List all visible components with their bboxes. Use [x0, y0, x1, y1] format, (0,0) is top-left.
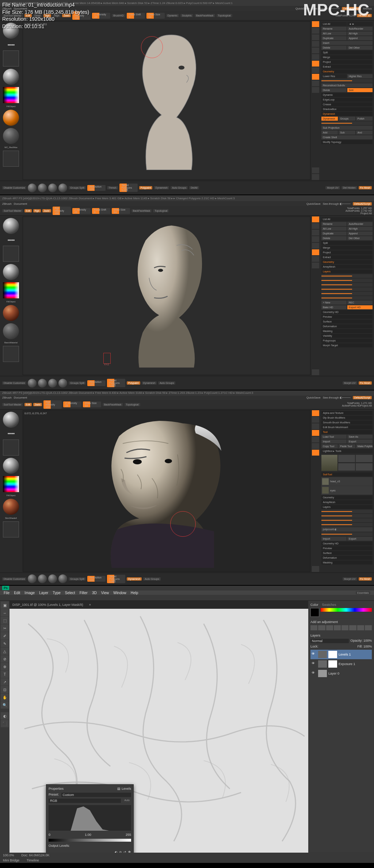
viewport[interactable]: XYZ	[23, 216, 310, 375]
type-tool-icon[interactable]: T	[1, 671, 9, 678]
levels-properties-panel[interactable]: Properties▤ Levels Preset:Custom RGBAuto…	[46, 784, 134, 853]
move-tool-icon[interactable]: ▣	[1, 601, 9, 609]
ps-menubar[interactable]: File Edit Image Layer Type Select Filter…	[0, 590, 374, 595]
brush-cursor	[170, 511, 196, 537]
menu-help[interactable]: Help	[131, 591, 138, 595]
workspace-selector[interactable]: Essentials	[356, 591, 370, 595]
color-picker[interactable]	[3, 87, 19, 103]
ps-toolbar[interactable]: ▣ ↔ ⬚ ✂ ✐ ✎ △ ⊘ ⊕ T ↗ ⊡ ✋ 🔍 ◐ ⬛	[0, 601, 9, 853]
ps-bottom-tabs[interactable]: Mini Bridge Timeline	[0, 858, 374, 863]
brush-tool-icon[interactable]: ✎	[1, 640, 9, 647]
z-intensity-slider: Z Intensity 25	[92, 13, 110, 19]
menu-layer[interactable]: Layer	[39, 591, 48, 595]
eraser-tool-icon[interactable]: ⊘	[1, 655, 9, 663]
crop-tool-icon[interactable]: ✂	[1, 624, 9, 632]
ps-titlebar: Ps	[0, 586, 374, 590]
visibility-icon: 👁	[312, 671, 317, 676]
svg-point-3	[165, 459, 172, 463]
path-tool-icon[interactable]: ↗	[1, 678, 9, 686]
player-watermark: MPC-HC	[303, 1, 370, 19]
menu-image[interactable]: Image	[24, 591, 35, 595]
photoshop-window: Ps File Edit Image Layer Type Select Fil…	[0, 586, 374, 863]
left-tray[interactable]: FillObject MC_RedWax	[0, 20, 22, 181]
eyedropper-tool-icon[interactable]: ✐	[1, 632, 9, 639]
layer-row[interactable]: 👁Exposure 1	[310, 659, 372, 669]
shape-tool-icon[interactable]: ⊡	[1, 686, 9, 693]
menu-filter[interactable]: Filter	[80, 591, 88, 595]
visibility-icon: 👁	[312, 652, 317, 657]
hand-tool-icon[interactable]: ✋	[1, 694, 9, 701]
layer-row[interactable]: 👁Layer 0	[310, 669, 372, 678]
gradient-tool-icon[interactable]: ⊕	[1, 663, 9, 670]
current-color-label: FillObject	[6, 105, 15, 107]
ps-options-bar[interactable]	[0, 595, 374, 601]
right-panel[interactable]: List All◄ ► RenameAutoReorder All LowAll…	[320, 20, 374, 181]
visibility-icon: 👁	[312, 661, 317, 667]
bottom-shelf[interactable]: Disable Customize Groups Split Resolutio…	[0, 181, 374, 195]
svg-point-1	[158, 269, 163, 272]
ps-right-panels[interactable]: ColorSwatches Add an adjustment Layers N…	[308, 601, 374, 853]
viewport[interactable]: 8.026,-6.407,-0.353	[23, 21, 310, 180]
media-info-overlay: File Name: 01_introduction.mp4 File Size…	[2, 1, 89, 30]
menu-type[interactable]: Type	[53, 591, 61, 595]
zoom-tool-icon[interactable]: 🔍	[1, 701, 9, 709]
ps-canvas[interactable]: Properties▤ Levels Preset:Custom RGBAuto…	[9, 609, 308, 853]
quickmask-icon[interactable]: ⬛	[1, 720, 9, 727]
material-icon[interactable]	[3, 128, 19, 144]
menu-3d[interactable]: 3D	[92, 591, 97, 595]
svg-point-2	[133, 459, 142, 464]
histogram	[49, 805, 131, 831]
ps-statusbar: 100.0% Doc: 64.0M/124.0K	[0, 853, 374, 858]
focal-shift-slider: Focal Shift 0	[127, 13, 145, 19]
menu-select[interactable]: Select	[65, 591, 75, 595]
document-tab[interactable]: DISP_1001.tif @ 100% (Levels 1, Layer Ma…	[9, 601, 308, 609]
marquee-tool-icon[interactable]: ↔	[1, 609, 9, 616]
menu-file[interactable]: File	[4, 591, 9, 595]
zbrush-window-3: ZBrush 4R7 P3 [x64]@2019-LTS-QUA-CL13-10…	[0, 390, 374, 586]
svg-point-0	[179, 66, 184, 70]
menu-window[interactable]: Window	[113, 591, 126, 595]
alpha-icon[interactable]	[3, 50, 19, 67]
layer-row[interactable]: 👁Levels 1	[310, 650, 372, 659]
right-icon-column[interactable]	[311, 20, 320, 181]
stroke-icon[interactable]	[3, 41, 19, 48]
lasso-tool-icon[interactable]: ⬚	[1, 617, 9, 624]
secondary-color[interactable]	[3, 110, 19, 126]
layers-tab[interactable]: Layers	[310, 634, 372, 637]
menu-view[interactable]: View	[101, 591, 109, 595]
draw-size-slider: Draw Size 64	[146, 13, 165, 19]
mr-material[interactable]	[3, 151, 19, 167]
texture-icon[interactable]	[3, 69, 19, 85]
viewport[interactable]: 8.672,-8.276,-8.247	[23, 410, 310, 572]
zbrush-window-2: ZBrush 4R7 P3 [x64]@2019-LTS-QUA-CL13-10…	[0, 195, 374, 390]
menu-edit[interactable]: Edit	[14, 591, 20, 595]
clone-tool-icon[interactable]: △	[1, 648, 9, 655]
fg-bg-swatch[interactable]: ◐	[1, 712, 9, 720]
